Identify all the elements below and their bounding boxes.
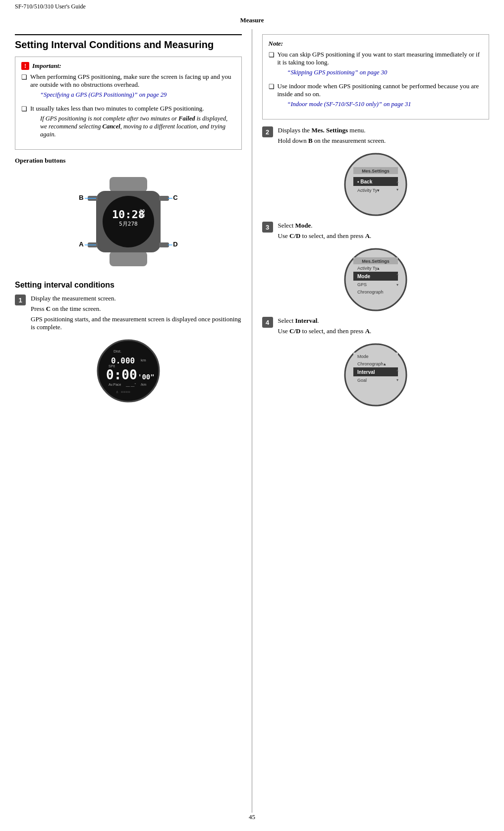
step-4-block: 4 Select Interval. Use C/D to select, an…	[262, 317, 490, 338]
note-item-2: ❏ Use indoor mode when GPS positioning c…	[269, 82, 483, 111]
step-4-watch-wrap: Mode Chronograph▴ Interval Goal ▴ ▾	[262, 343, 490, 407]
page-footer: 45	[0, 808, 504, 826]
note-link-1: “Skipping GPS positioning” on page 30	[287, 69, 388, 76]
svg-rect-0	[110, 177, 147, 192]
svg-text:Mode: Mode	[357, 354, 369, 359]
step-3-line-2: Use C/D to select, and then press A.	[278, 232, 490, 240]
header-left: SF-710/510/310 User's Guide	[15, 3, 86, 10]
step-2-watch-wrap: Mes.Settings ▪ Back Activity Ty▾ ▴ ▾	[262, 152, 490, 217]
note-item-1-text: You can skip GPS positioning if you want…	[278, 51, 480, 66]
step-2-line-1: Displays the Mes. Settings menu.	[278, 126, 490, 134]
step-2-circle: 2	[262, 126, 273, 137]
svg-text:▴: ▴	[396, 368, 398, 372]
svg-text:▴: ▴	[396, 272, 398, 276]
step-1-watch-svg: Dist. 0.000 km SPlt 0:00 '00" Av.Pace __…	[96, 339, 161, 403]
svg-text:▾: ▾	[396, 187, 398, 192]
svg-rect-1	[110, 251, 147, 266]
important-item-2-text: It usually takes less than two minutes t…	[30, 105, 204, 112]
svg-text:Activity Ty▾: Activity Ty▾	[357, 188, 380, 193]
step-2-block: 2 Displays the Mes. Settings menu. Hold …	[262, 126, 490, 147]
note-item-2-text: Use indoor mode when GPS positioning can…	[278, 82, 479, 98]
page-number: 45	[249, 813, 255, 821]
svg-text:'00": '00"	[138, 373, 155, 381]
svg-text:__  __": __ __"	[125, 383, 136, 387]
svg-text:AM: AM	[140, 214, 145, 218]
note-title: Note:	[269, 40, 483, 48]
watch-diagram-svg: 10:28 39 AM 5月278 B C A D	[69, 172, 188, 271]
svg-text:Activity Ty▴: Activity Ty▴	[357, 266, 380, 271]
svg-text:Av.Pace: Av.Pace	[109, 383, 121, 386]
svg-text:B: B	[79, 194, 83, 201]
important-item-1: ❏ When performing GPS positioning, make …	[21, 73, 235, 102]
important-icon: !	[21, 62, 29, 70]
checkbox-2: ❏	[21, 105, 27, 113]
svg-text:▾: ▾	[396, 378, 398, 382]
step-2-content: Displays the Mes. Settings menu. Hold do…	[278, 126, 490, 147]
step-4-watch-svg: Mode Chronograph▴ Interval Goal ▴ ▾	[343, 343, 408, 407]
step-3-line-1: Select Mode.	[278, 222, 490, 230]
svg-text:0:00: 0:00	[106, 367, 137, 382]
svg-text:▪ Back: ▪ Back	[357, 179, 373, 184]
right-column: Note: ❏ You can skip GPS positioning if …	[252, 29, 495, 813]
svg-text:C: C	[173, 194, 178, 201]
svg-text:km: km	[141, 358, 146, 362]
step-4-content: Select Interval. Use C/D to select, and …	[278, 317, 490, 338]
step-4-line-2: Use C/D to select, and then press A.	[278, 327, 490, 335]
op-buttons-title: Operation buttons	[15, 157, 242, 165]
step-1-line-1: Display the measurement screen.	[31, 295, 242, 302]
svg-text:Mes.Settings: Mes.Settings	[362, 259, 390, 264]
step-3-content: Select Mode. Use C/D to select, and then…	[278, 222, 490, 242]
svg-text:▾: ▾	[396, 283, 398, 287]
step-3-circle: 3	[262, 222, 273, 233]
step-1-watch-wrap: Dist. 0.000 km SPlt 0:00 '00" Av.Pace __…	[15, 339, 242, 403]
svg-text:Interval: Interval	[357, 369, 375, 375]
note-checkbox-1: ❏	[269, 51, 275, 59]
left-column: Setting Interval Conditions and Measurin…	[10, 29, 252, 813]
watch-diagram: 10:28 39 AM 5月278 B C A D	[15, 170, 242, 274]
important-title: ! Important:	[21, 62, 235, 70]
note-link-2: “Indoor mode (SF-710/SF-510 only)” on pa…	[287, 101, 411, 108]
step-4-line-1: Select Interval.	[278, 317, 490, 325]
step-2-num: 2	[262, 126, 273, 147]
important-item-1-text: When performing GPS positioning, make su…	[30, 73, 231, 88]
step-1-block: 1 Display the measurement screen. Press …	[15, 295, 242, 334]
page-title: Measure	[0, 13, 504, 29]
checkbox-1: ❏	[21, 73, 27, 81]
svg-text:Chronograph: Chronograph	[357, 290, 384, 295]
page-header: SF-710/510/310 User's Guide	[0, 0, 504, 13]
step-3-num: 3	[262, 222, 273, 242]
svg-text:Goal: Goal	[357, 378, 367, 383]
note-box: Note: ❏ You can skip GPS positioning if …	[262, 34, 490, 119]
important-item-2: ❏ It usually takes less than two minutes…	[21, 105, 235, 141]
step-1-line-2: Press C on the time screen.	[31, 305, 242, 313]
important-box: ! Important: ❏ When performing GPS posit…	[15, 57, 242, 150]
svg-text:▴: ▴	[396, 179, 398, 184]
svg-rect-6	[159, 242, 169, 247]
svg-text:∧ ====: ∧ ====	[116, 390, 130, 394]
sub-section-title: Setting interval conditions	[15, 281, 242, 290]
step-3-watch-wrap: Mes.Settings Activity Ty▴ Mode GPS Chron…	[262, 247, 490, 312]
step-2-line-2: Hold down B on the measurement screen.	[278, 137, 490, 145]
step-4-num: 4	[262, 317, 273, 338]
svg-text:Chronograph▴: Chronograph▴	[357, 361, 386, 366]
note-item-1: ❏ You can skip GPS positioning if you wa…	[269, 51, 483, 79]
step-1-num: 1	[15, 295, 26, 334]
step-2-watch-svg: Mes.Settings ▪ Back Activity Ty▾ ▴ ▾	[343, 152, 408, 217]
step-4-circle: 4	[262, 317, 273, 328]
main-layout: Setting Interval Conditions and Measurin…	[0, 29, 504, 813]
svg-text:/km: /km	[141, 383, 146, 386]
svg-rect-4	[159, 196, 169, 201]
important-link-1: “Specifying a GPS (GPS Positioning)” on …	[40, 91, 167, 98]
svg-text:GPS: GPS	[357, 282, 367, 287]
step-1-content: Display the measurement screen. Press C …	[31, 295, 242, 334]
svg-text:39: 39	[139, 209, 145, 214]
important-item-2-extra: If GPS positioning is not complete after…	[40, 115, 227, 138]
step-1-line-3: GPS positioning starts, and the measurem…	[31, 315, 242, 331]
svg-text:Mode: Mode	[357, 274, 371, 279]
svg-text:A: A	[79, 240, 84, 248]
note-checkbox-2: ❏	[269, 83, 275, 91]
svg-text:Dist.: Dist.	[113, 349, 121, 354]
svg-text:5月278: 5月278	[119, 221, 138, 227]
step-3-watch-svg: Mes.Settings Activity Ty▴ Mode GPS Chron…	[343, 247, 408, 312]
svg-text:D: D	[173, 240, 177, 248]
